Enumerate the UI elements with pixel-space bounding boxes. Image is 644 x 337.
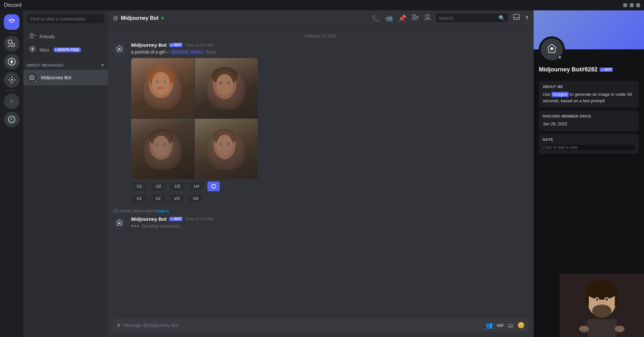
svg-point-35 [155,143,159,146]
msg-text-suffix: (fast) [204,49,216,55]
help-icon[interactable]: ? [525,15,528,21]
dm-section-title: DIRECT MESSAGES [27,63,64,67]
divider [6,32,17,33]
grid-image-2 [195,58,258,118]
profile-username: Midjourney Bot#9282 BOT [539,66,639,73]
refresh-button[interactable] [207,181,220,191]
username-text: Midjourney Bot#9282 [539,66,598,73]
sidebar-item-friends[interactable]: Friends [26,30,105,43]
chat-header-left: @ Midjourney Bot [113,15,164,21]
note-input[interactable] [543,145,635,150]
message-username-2: Midjourney Bot [131,216,167,222]
svg-point-17 [426,15,429,18]
search-icon: 🔍 [499,15,505,21]
chat-input-area: + 👥 GIF 🗂 😊 [108,316,534,337]
u2-button[interactable]: U2 [150,181,167,191]
u3-button[interactable]: U3 [169,181,186,191]
svg-point-36 [163,143,167,146]
dm-sidebar: Friends Nitro 1 MONTH FREE DIRECT MESSAG… [23,10,108,337]
gif-icon[interactable]: GIF [497,323,504,328]
ai-icon[interactable] [4,72,19,88]
used-command-indicator: Khalid_Abess used /imagine [108,207,534,215]
note-title: NOTE [543,138,635,142]
used-command-text: used [144,209,153,213]
u1-button[interactable]: U1 [131,181,148,191]
input-actions: 👥 GIF 🗂 😊 [486,322,525,329]
search-input[interactable] [439,16,497,21]
video-thumbnail [560,274,644,337]
message-text-1: a portrait of a girl – @Khalid_Abess (fa… [131,49,528,56]
bot-badge-1: BOT [169,43,182,47]
maximize-button[interactable]: □ [630,3,634,7]
chat-header: @ Midjourney Bot 📞 📹 📌 [108,10,534,26]
status-indicator [34,80,37,83]
divider2 [6,90,17,91]
chat-area: @ Midjourney Bot 📞 📹 📌 [108,10,534,337]
emoji-icon[interactable]: 😊 [517,322,525,329]
action-buttons-row1: U1 U2 U3 U4 [131,181,528,191]
v3-button[interactable]: V3 [169,194,185,203]
imagine-highlight: /imagine [551,92,569,97]
nitro-icon[interactable] [4,54,19,69]
v4-button[interactable]: V4 [188,194,204,203]
message-input[interactable] [123,319,483,332]
grid-image-1 [131,58,194,118]
close-button[interactable]: ✕ [636,3,640,7]
loading-dots [131,225,139,227]
dm-section-header: DIRECT MESSAGES + [23,56,108,70]
pin-icon[interactable]: 📌 [398,14,406,22]
member-since-date: Jan 29, 2022 [543,121,635,127]
action-buttons-row2: V1 V2 V3 V4 [131,194,528,203]
sticker-icon[interactable]: 🗂 [508,322,514,329]
add-server-button[interactable]: + [4,94,19,109]
discord-home-button[interactable] [4,14,19,30]
online-indicator [161,17,164,19]
bot-avatar-1 [113,43,126,56]
inbox-icon[interactable] [513,14,520,22]
midjourney-avatar [27,72,37,83]
svg-point-41 [227,143,230,145]
dm-item-midjourney[interactable]: Midjourney Bot [23,70,108,85]
window-controls: — □ ✕ [623,3,640,7]
msg-mention: @Khalid_Abess [170,49,204,55]
svg-point-1 [8,40,12,44]
titlebar: Discord — □ ✕ [0,0,644,10]
app-title: Discord [4,2,21,8]
svg-point-31 [227,82,230,84]
add-dm-button[interactable]: + [101,62,105,69]
svg-point-23 [152,72,170,95]
add-attachment-icon[interactable]: + [117,322,121,329]
chat-input-box: + 👥 GIF 🗂 😊 [113,319,528,332]
find-conversation-input[interactable] [27,14,104,23]
v2-button[interactable]: V2 [150,194,166,203]
msg-text-prefix: a portrait of a girl – [131,49,170,55]
message-username-1: Midjourney Bot [131,42,167,48]
profile-panel: Midjourney Bot#9282 BOT ABOUT ME Use /im… [534,10,644,337]
nitro-label: Nitro [40,47,49,53]
date-divider: February 11, 2023 [108,31,534,41]
nitro-sidebar-icon [29,46,36,54]
used-command-link[interactable]: /imagine [154,209,169,213]
svg-point-34 [153,136,169,156]
v1-button[interactable]: V1 [131,194,147,203]
minimize-button[interactable]: — [623,3,627,7]
people-icon[interactable]: 👥 [486,322,493,329]
add-member-icon[interactable] [412,14,419,22]
phone-icon[interactable]: 📞 [372,14,380,22]
explore-button[interactable] [4,112,19,127]
image-grid [131,58,258,179]
message-group-1: Midjourney Bot BOT Today at 3:31 PM a po… [108,41,534,205]
note-section: NOTE [539,134,639,154]
video-icon[interactable]: 📹 [385,14,393,22]
home-icon[interactable] [4,36,19,51]
sidebar-item-nitro[interactable]: Nitro 1 MONTH FREE [26,43,105,56]
dm-item-name: Midjourney Bot [41,75,71,80]
u4-button[interactable]: U4 [188,181,205,191]
svg-point-40 [219,143,222,145]
svg-point-5 [11,79,13,81]
profile-icon[interactable] [424,14,431,22]
svg-point-13 [31,77,32,78]
profile-bot-badge: BOT [600,68,613,72]
message-time-1: Today at 3:31 PM [185,43,213,47]
friends-label: Friends [40,34,55,39]
